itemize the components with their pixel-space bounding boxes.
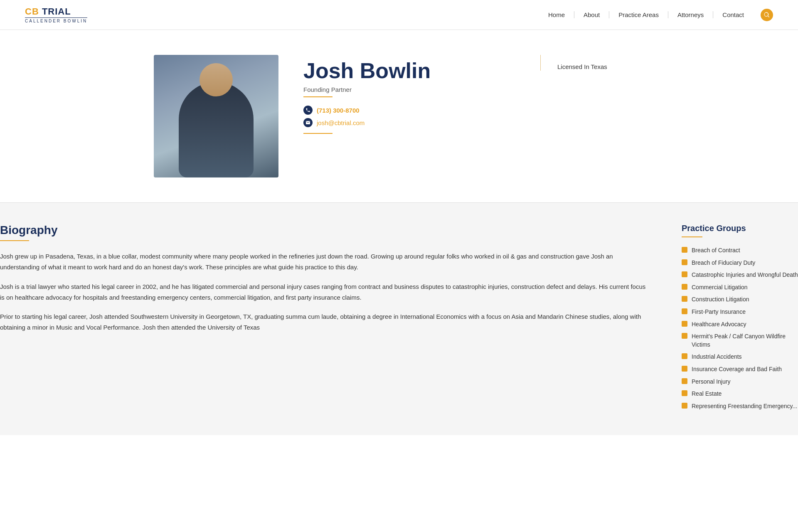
practice-item[interactable]: Representing Freestanding Emergency... — [682, 402, 798, 411]
logo[interactable]: CB TRIAL Callender Bowlin — [25, 6, 87, 23]
practice-bullet — [682, 378, 687, 384]
practice-bullet — [682, 333, 687, 339]
bio-paragraph-1: Josh grew up in Pasadena, Texas, in a bl… — [0, 251, 648, 273]
practice-item[interactable]: Industrial Accidents — [682, 353, 798, 361]
practice-groups-heading: Practice Groups — [682, 224, 798, 233]
practice-bullet — [682, 259, 687, 265]
practice-item[interactable]: First-Party Insurance — [682, 308, 798, 316]
phone-row: (713) 300-8700 — [303, 106, 515, 115]
practice-bullet — [682, 247, 687, 253]
practice-item[interactable]: Breach of Fiduciary Duty — [682, 259, 798, 267]
practice-bullet — [682, 390, 687, 396]
nav-home[interactable]: Home — [539, 11, 574, 18]
practice-bullet — [682, 353, 687, 359]
phone-icon — [303, 106, 313, 115]
practice-item[interactable]: Commercial Litigation — [682, 283, 798, 292]
nav-practice-areas[interactable]: Practice Areas — [609, 11, 668, 18]
practice-bullet — [682, 284, 687, 290]
practice-bullet — [682, 403, 687, 409]
navbar: CB TRIAL Callender Bowlin Home About Pra… — [0, 0, 798, 30]
practice-bullet — [682, 271, 687, 277]
bio-gold-divider — [0, 240, 29, 241]
licensed-in: Licensed In Texas — [557, 63, 607, 70]
bio-paragraph-2: Josh is a trial lawyer who started his l… — [0, 281, 648, 303]
practice-item[interactable]: Healthcare Advocacy — [682, 320, 798, 329]
practice-item[interactable]: Catastrophic Injuries and Wrongful Death — [682, 271, 798, 279]
practice-item[interactable]: Construction Litigation — [682, 296, 798, 304]
attorney-title: Founding Partner — [303, 86, 515, 93]
bio-paragraph-3: Prior to starting his legal career, Josh… — [0, 311, 648, 333]
logo-sub: Callender Bowlin — [25, 17, 87, 23]
sidebar-gold-divider — [682, 236, 702, 237]
email-icon — [303, 118, 313, 127]
attorney-photo — [154, 55, 278, 177]
nav-attorneys[interactable]: Attorneys — [668, 11, 713, 18]
biography-column: Biography Josh grew up in Pasadena, Texa… — [0, 224, 648, 342]
practice-bullet — [682, 296, 687, 302]
gold-divider-2 — [303, 133, 332, 134]
nav-about[interactable]: About — [574, 11, 609, 18]
nav-links: Home About Practice Areas Attorneys Cont… — [539, 9, 773, 21]
profile-info: Josh Bowlin Founding Partner (713) 300-8… — [303, 55, 515, 142]
lower-section: Biography Josh grew up in Pasadena, Texa… — [0, 203, 798, 435]
profile-section: Josh Bowlin Founding Partner (713) 300-8… — [154, 55, 644, 177]
practice-list: Breach of ContractBreach of Fiduciary Du… — [682, 246, 798, 410]
practice-item[interactable]: Breach of Contract — [682, 246, 798, 255]
attorney-name: Josh Bowlin — [303, 59, 515, 83]
search-icon[interactable] — [761, 9, 773, 21]
practice-bullet — [682, 308, 687, 314]
practice-bullet — [682, 366, 687, 372]
profile-right: Licensed In Texas — [540, 55, 644, 71]
practice-item[interactable]: Personal Injury — [682, 378, 798, 386]
practice-groups-sidebar: Practice Groups Breach of ContractBreach… — [682, 224, 798, 414]
practice-bullet — [682, 321, 687, 327]
page-content: Josh Bowlin Founding Partner (713) 300-8… — [129, 30, 669, 177]
email-address[interactable]: josh@cbtrial.com — [317, 119, 365, 126]
phone-number[interactable]: (713) 300-8700 — [317, 107, 360, 114]
logo-top: CB TRIAL — [25, 6, 71, 17]
practice-item[interactable]: Hermit's Peak / Calf Canyon Wildfire Vic… — [682, 332, 798, 349]
practice-item[interactable]: Insurance Coverage and Bad Faith — [682, 365, 798, 374]
gold-divider — [303, 96, 332, 97]
email-row: josh@cbtrial.com — [303, 118, 515, 127]
nav-contact[interactable]: Contact — [713, 11, 753, 18]
practice-item[interactable]: Real Estate — [682, 390, 798, 398]
biography-heading: Biography — [0, 224, 648, 237]
